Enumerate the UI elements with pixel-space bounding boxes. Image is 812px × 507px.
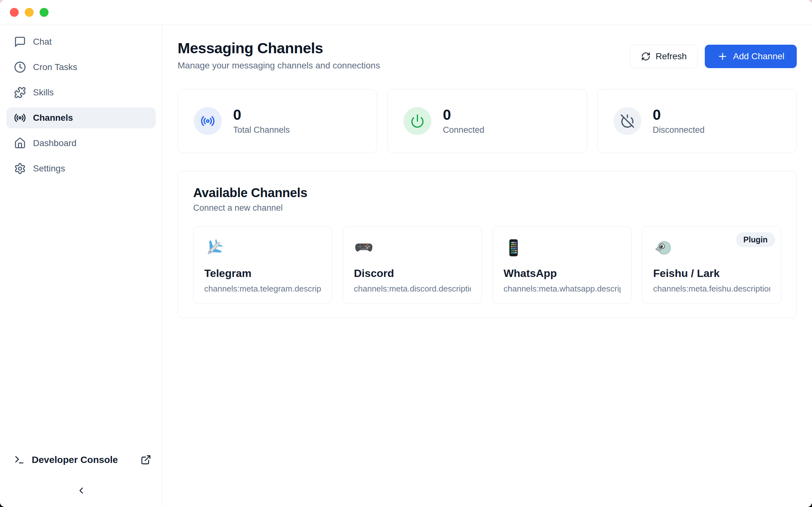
channel-description: channels:meta.whatsapp.descrip (504, 284, 621, 294)
sidebar-item-cron-tasks[interactable]: Cron Tasks (6, 57, 156, 78)
sidebar-item-channels[interactable]: Channels (6, 107, 156, 128)
gear-icon (14, 163, 26, 175)
page-header: Messaging Channels Manage your messaging… (177, 40, 797, 71)
minimize-button[interactable] (25, 8, 34, 17)
channel-card-feishu-lark[interactable]: Plugin Feishu / Lark channels:meta.feish… (642, 226, 781, 304)
sidebar-item-dashboard[interactable]: Dashboard (6, 133, 156, 154)
stat-value: 0 (653, 107, 705, 122)
channel-name: Discord (354, 267, 471, 279)
page-title: Messaging Channels (177, 40, 380, 57)
sidebar-item-label: Chat (33, 37, 52, 47)
sidebar-collapse-button[interactable] (74, 484, 88, 498)
channel-description: channels:meta.telegram.descript (204, 284, 321, 294)
airplane-emoji (204, 238, 224, 258)
sidebar-item-label: Channels (33, 113, 73, 123)
game-controller-emoji (354, 238, 374, 258)
sidebar-nav: Chat Cron Tasks Skills Channels Dashboar… (0, 32, 162, 449)
channel-card-telegram[interactable]: Telegram channels:meta.telegram.descript (193, 226, 333, 304)
home-icon (14, 137, 26, 149)
available-channels-title: Available Channels (193, 186, 781, 200)
refresh-button[interactable]: Refresh (630, 45, 698, 68)
broadcast-icon (14, 112, 26, 124)
zoom-button[interactable] (40, 8, 49, 17)
titlebar (0, 0, 812, 25)
sidebar-item-skills[interactable]: Skills (6, 82, 156, 103)
developer-console-link[interactable]: Developer Console (6, 449, 156, 471)
power-icon (410, 114, 425, 128)
sidebar-item-chat[interactable]: Chat (6, 32, 156, 52)
developer-console-label: Developer Console (32, 454, 118, 465)
chat-icon (14, 36, 26, 48)
channel-description: channels:meta.discord.descriptic (354, 284, 471, 294)
stats-row: 0 Total Channels 0 Connected 0 Disconnec… (177, 89, 797, 153)
external-link-icon[interactable] (141, 454, 151, 465)
channel-card-whatsapp[interactable]: WhatsApp channels:meta.whatsapp.descrip (493, 226, 632, 304)
close-button[interactable] (10, 8, 19, 17)
stat-value: 0 (233, 107, 290, 122)
broadcast-icon (200, 114, 215, 128)
power-off-icon (620, 114, 635, 128)
sidebar: Chat Cron Tasks Skills Channels Dashboar… (0, 25, 162, 507)
plugin-badge: Plugin (736, 232, 775, 247)
stat-card-connected: 0 Connected (387, 89, 587, 153)
sidebar-item-label: Dashboard (33, 138, 77, 148)
app-window: Chat Cron Tasks Skills Channels Dashboar… (0, 0, 812, 507)
channel-name: Telegram (204, 267, 321, 279)
terminal-icon (14, 454, 25, 465)
sidebar-item-label: Skills (33, 88, 54, 98)
bird-emoji (653, 238, 673, 258)
plus-icon (717, 51, 728, 62)
sidebar-item-label: Cron Tasks (33, 62, 78, 72)
available-channels-section: Available Channels Connect a new channel… (177, 171, 797, 318)
refresh-icon (641, 52, 651, 61)
stat-label: Total Channels (233, 125, 290, 135)
mobile-phone-emoji (504, 238, 523, 258)
puzzle-icon (14, 87, 26, 99)
add-channel-button[interactable]: Add Channel (705, 45, 797, 68)
sidebar-footer: Developer Console (0, 449, 162, 498)
page-subtitle: Manage your messaging channels and conne… (177, 60, 380, 71)
stat-card-disconnected: 0 Disconnected (597, 89, 797, 153)
clock-icon (14, 61, 26, 73)
stat-label: Disconnected (653, 125, 705, 135)
channel-description: channels:meta.feishu.description (653, 284, 770, 294)
sidebar-item-label: Settings (33, 164, 65, 174)
available-channels-subtitle: Connect a new channel (193, 203, 781, 213)
channel-name: Feishu / Lark (653, 267, 770, 279)
channel-name: WhatsApp (504, 267, 621, 279)
stat-card-total-channels: 0 Total Channels (177, 89, 377, 153)
main-content: Messaging Channels Manage your messaging… (162, 25, 812, 507)
stat-label: Connected (443, 125, 484, 135)
chevron-left-icon (76, 486, 86, 496)
channel-grid: Telegram channels:meta.telegram.descript… (193, 226, 781, 304)
sidebar-item-settings[interactable]: Settings (6, 158, 156, 179)
channel-card-discord[interactable]: Discord channels:meta.discord.descriptic (343, 226, 482, 304)
stat-value: 0 (443, 107, 484, 122)
